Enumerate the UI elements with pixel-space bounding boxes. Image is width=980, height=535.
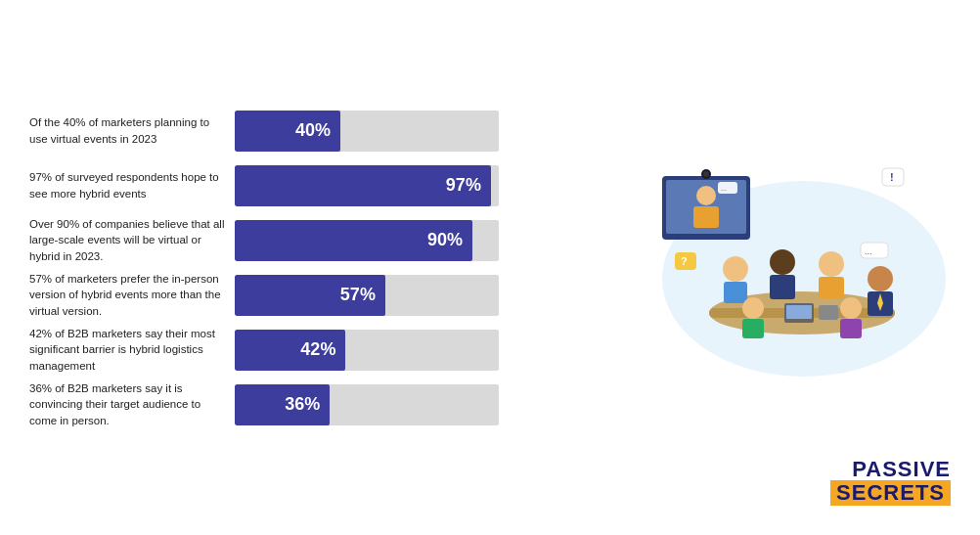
bar-label: Of the 40% of marketers planning to use … xyxy=(29,114,225,146)
brand-passive: PASSIVE xyxy=(830,459,951,480)
svg-rect-30 xyxy=(819,305,838,320)
bar-row: 36% of B2B marketers say it is convincin… xyxy=(29,380,499,429)
svg-point-17 xyxy=(770,249,795,275)
bar-percent: 90% xyxy=(427,230,463,250)
bar-row: 97% of surveyed respondents hope to see … xyxy=(29,161,499,210)
bar-track: 42% xyxy=(235,330,499,371)
svg-point-15 xyxy=(723,256,748,282)
bar-fill: 36% xyxy=(235,384,330,425)
bar-percent: 42% xyxy=(300,339,335,360)
bar-label: 36% of B2B marketers say it is convincin… xyxy=(29,380,225,427)
svg-point-5 xyxy=(696,186,716,205)
bar-track: 36% xyxy=(235,384,499,425)
bar-label: 57% of marketers prefer the in-person ve… xyxy=(29,271,225,318)
svg-text:!: ! xyxy=(890,171,894,183)
bar-label: 97% of surveyed respondents hope to see … xyxy=(29,169,225,201)
main-container: Of the 40% of marketers planning to use … xyxy=(29,20,951,515)
brand-secrets-box: SECRETS xyxy=(830,480,951,506)
bar-percent: 36% xyxy=(285,394,320,415)
bar-row: 57% of marketers prefer the in-person ve… xyxy=(29,271,499,320)
right-section: ... ! ? ... xyxy=(518,20,951,515)
brand-secrets: SECRETS xyxy=(836,480,945,505)
bar-fill: 90% xyxy=(235,220,472,261)
svg-text:?: ? xyxy=(681,255,688,267)
svg-rect-27 xyxy=(742,319,764,338)
bar-track: 40% xyxy=(235,111,499,152)
bar-row: Of the 40% of marketers planning to use … xyxy=(29,107,499,156)
svg-text:...: ... xyxy=(865,246,872,256)
bar-track: 97% xyxy=(235,165,499,206)
bar-percent: 97% xyxy=(446,175,481,196)
bar-percent: 57% xyxy=(340,285,376,305)
chart-section: Of the 40% of marketers planning to use … xyxy=(29,107,499,429)
brand-logo: PASSIVE SECRETS xyxy=(830,459,951,506)
illustration: ... ! ? ... xyxy=(638,20,951,459)
svg-point-24 xyxy=(840,297,862,319)
svg-point-26 xyxy=(742,297,764,319)
bar-percent: 40% xyxy=(295,120,331,141)
bar-row: Over 90% of companies believe that all l… xyxy=(29,216,499,265)
bar-track: 90% xyxy=(235,220,499,261)
bar-label: Over 90% of companies believe that all l… xyxy=(29,216,225,263)
svg-point-32 xyxy=(703,171,709,177)
bar-row: 42% of B2B marketers say their most sign… xyxy=(29,326,499,375)
svg-rect-6 xyxy=(693,206,719,228)
bar-fill: 57% xyxy=(235,275,385,316)
svg-rect-20 xyxy=(819,277,844,298)
bar-track: 57% xyxy=(235,275,499,316)
svg-rect-16 xyxy=(724,282,747,303)
svg-rect-29 xyxy=(786,305,812,319)
bar-label: 42% of B2B marketers say their most sign… xyxy=(29,326,225,373)
bar-fill: 40% xyxy=(235,111,340,152)
svg-point-21 xyxy=(868,266,893,291)
svg-point-19 xyxy=(819,251,844,277)
svg-rect-18 xyxy=(770,275,795,299)
bar-fill: 97% xyxy=(235,165,491,206)
bar-fill: 42% xyxy=(235,330,345,371)
svg-rect-25 xyxy=(840,319,862,338)
svg-text:...: ... xyxy=(721,185,727,192)
